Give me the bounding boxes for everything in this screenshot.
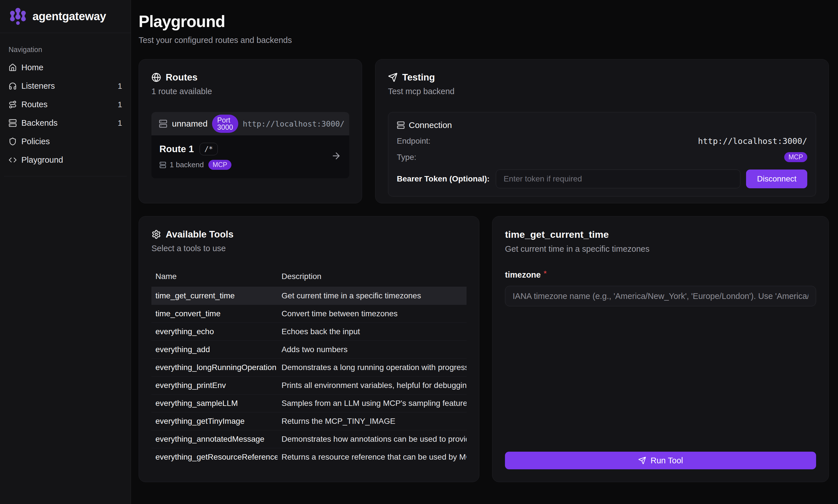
sidebar-item-home[interactable]: Home bbox=[0, 58, 130, 77]
table-row[interactable]: everything_annotatedMessage Demonstrates… bbox=[152, 430, 467, 448]
server-icon bbox=[159, 120, 168, 128]
sidebar-item-label: Backends bbox=[21, 118, 113, 128]
sidebar-item-listeners[interactable]: Listeners 1 bbox=[0, 77, 130, 95]
listener-url: http://localhost:3000/ bbox=[243, 120, 345, 128]
connection-title: Connection bbox=[409, 120, 452, 130]
sidebar-item-label: Listeners bbox=[21, 82, 113, 91]
server-icon bbox=[159, 162, 166, 168]
type-row: Type: MCP bbox=[397, 152, 807, 162]
run-tool-button[interactable]: Run Tool bbox=[505, 452, 816, 469]
sidebar-item-policies[interactable]: Policies bbox=[0, 132, 130, 151]
listener-group: unnamed Port 3000 http://localhost:3000/… bbox=[152, 112, 349, 178]
sidebar-item-label: Policies bbox=[21, 137, 118, 146]
gear-icon bbox=[152, 230, 161, 239]
tools-table: Name Description time_get_current_time G… bbox=[152, 268, 467, 466]
connection-box: Connection Endpoint: http://localhost:30… bbox=[388, 112, 816, 197]
mcp-badge: MCP bbox=[208, 160, 231, 170]
tool-name: everything_annotatedMessage bbox=[152, 430, 278, 448]
bottom-row: Available Tools Select a tools to use Na… bbox=[139, 216, 829, 482]
page-subtitle: Test your configured routes and backends bbox=[139, 36, 829, 45]
tool-description: Returns the MCP_TINY_IMAGE bbox=[278, 412, 467, 430]
required-asterisk: * bbox=[544, 269, 547, 278]
type-mcp-badge: MCP bbox=[784, 152, 807, 162]
tool-panel-title: time_get_current_time bbox=[505, 229, 816, 240]
sidebar: agentgateway Navigation Home Listeners 1… bbox=[0, 0, 131, 504]
timezone-input[interactable] bbox=[505, 286, 816, 306]
route-icon bbox=[8, 101, 17, 109]
tools-card-title: Available Tools bbox=[166, 229, 233, 240]
page-title: Playground bbox=[139, 12, 829, 31]
tool-runner-panel: time_get_current_time Get current time i… bbox=[492, 216, 829, 482]
tool-description: Returns a resource reference that can be… bbox=[278, 448, 467, 466]
tool-panel-subtitle: Get current time in a specific timezones bbox=[505, 244, 816, 254]
house-icon bbox=[8, 64, 17, 72]
connection-header: Connection bbox=[397, 120, 807, 130]
timezone-field-label: timezone bbox=[505, 270, 541, 280]
routes-card-header: Routes bbox=[152, 72, 349, 83]
table-row[interactable]: everything_getTinyImage Returns the MCP_… bbox=[152, 412, 467, 430]
sidebar-item-label: Playground bbox=[21, 155, 118, 165]
tool-description: Demonstrates how annotations can be used… bbox=[278, 430, 467, 448]
sidebar-divider bbox=[4, 176, 127, 176]
tool-name: everything_getTinyImage bbox=[152, 412, 278, 430]
agentgateway-logo-icon bbox=[8, 7, 27, 25]
send-icon bbox=[388, 73, 398, 82]
sidebar-item-badge: 1 bbox=[118, 82, 122, 91]
table-row[interactable]: everything_echo Echoes back the input bbox=[152, 323, 467, 341]
tools-card-header: Available Tools bbox=[152, 229, 467, 240]
testing-card-subtitle: Test mcp backend bbox=[388, 87, 816, 96]
table-row[interactable]: everything_add Adds two numbers bbox=[152, 341, 467, 359]
table-row[interactable]: everything_getResourceReference Returns … bbox=[152, 448, 467, 466]
shield-icon bbox=[8, 137, 17, 146]
sidebar-nav: Home Listeners 1 Routes 1 Backends 1 Pol… bbox=[0, 58, 130, 169]
nav-section-label: Navigation bbox=[8, 46, 122, 54]
brand[interactable]: agentgateway bbox=[0, 0, 130, 33]
tool-name: everything_echo bbox=[152, 323, 278, 341]
arrow-right-icon bbox=[331, 151, 341, 162]
column-header-description: Description bbox=[278, 268, 467, 287]
sidebar-item-badge: 1 bbox=[118, 100, 122, 109]
brand-name: agentgateway bbox=[32, 10, 106, 23]
tool-name: time_convert_time bbox=[152, 305, 278, 323]
endpoint-value: http://localhost:3000/ bbox=[698, 136, 807, 146]
tool-description: Demonstrates a long running operation wi… bbox=[278, 359, 467, 377]
timezone-field-label-row: timezone * bbox=[505, 270, 816, 280]
tool-description: Echoes back the input bbox=[278, 323, 467, 341]
tool-name: everything_longRunningOperation bbox=[152, 359, 278, 377]
tool-name: everything_sampleLLM bbox=[152, 395, 278, 412]
headphones-icon bbox=[8, 82, 17, 90]
endpoint-label: Endpoint: bbox=[397, 137, 431, 146]
top-row: Routes 1 route available unnamed Port 30… bbox=[139, 59, 829, 203]
code-icon bbox=[8, 156, 17, 164]
main-content: Playground Test your configured routes a… bbox=[131, 0, 838, 504]
testing-card: Testing Test mcp backend Connection Endp… bbox=[375, 59, 829, 203]
tool-description: Prints all environment variables, helpfu… bbox=[278, 377, 467, 395]
tool-name: everything_getResourceReference bbox=[152, 448, 278, 466]
route-row[interactable]: Route 1 /* 1 backend MCP bbox=[152, 136, 349, 178]
globe-icon bbox=[152, 73, 161, 82]
sidebar-item-routes[interactable]: Routes 1 bbox=[0, 95, 130, 114]
server-icon bbox=[397, 121, 405, 129]
table-row[interactable]: time_convert_time Convert time between t… bbox=[152, 305, 467, 323]
type-label: Type: bbox=[397, 153, 416, 162]
tool-description: Get current time in a specific timezones bbox=[278, 287, 467, 305]
table-row[interactable]: time_get_current_time Get current time i… bbox=[152, 287, 467, 305]
tool-name: time_get_current_time bbox=[152, 287, 278, 305]
send-icon bbox=[638, 456, 646, 465]
table-row[interactable]: everything_longRunningOperation Demonstr… bbox=[152, 359, 467, 377]
route-name: Route 1 bbox=[159, 144, 194, 155]
bearer-token-input[interactable] bbox=[496, 169, 740, 188]
table-row[interactable]: everything_printEnv Prints all environme… bbox=[152, 377, 467, 395]
endpoint-row: Endpoint: http://localhost:3000/ bbox=[397, 136, 807, 146]
column-header-name: Name bbox=[152, 268, 278, 287]
bearer-token-label: Bearer Token (Optional): bbox=[397, 174, 490, 183]
sidebar-item-label: Routes bbox=[21, 100, 113, 109]
table-row[interactable]: everything_sampleLLM Samples from an LLM… bbox=[152, 395, 467, 412]
sidebar-item-backends[interactable]: Backends 1 bbox=[0, 114, 130, 132]
route-path-chip: /* bbox=[199, 143, 218, 155]
sidebar-item-playground[interactable]: Playground bbox=[0, 151, 130, 169]
tool-description: Adds two numbers bbox=[278, 341, 467, 359]
testing-card-title: Testing bbox=[402, 72, 435, 83]
testing-card-header: Testing bbox=[388, 72, 816, 83]
disconnect-button[interactable]: Disconnect bbox=[746, 169, 807, 188]
